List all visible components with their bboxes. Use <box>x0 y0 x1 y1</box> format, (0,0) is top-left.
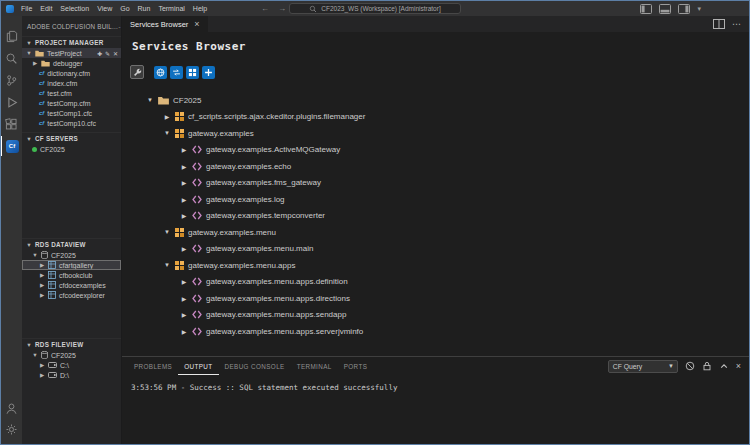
add-service-button[interactable] <box>202 66 215 79</box>
tree-item[interactable]: ▶gateway.examples.log <box>122 191 749 208</box>
menu-terminal[interactable]: Terminal <box>154 5 188 12</box>
customize-layout-icon[interactable]: ▾ <box>697 5 701 13</box>
chevron-right-icon[interactable]: ▶ <box>180 278 188 285</box>
tree-item[interactable]: ▶gateway.examples.echo <box>122 158 749 175</box>
output-channel-select[interactable]: CF Query ▾ <box>608 360 678 373</box>
chevron-right-icon[interactable]: ▶ <box>32 60 38 66</box>
search-sidebar-icon[interactable] <box>1 48 22 68</box>
tree-item[interactable]: ▶gateway.examples.ActiveMQGateway <box>122 142 749 159</box>
menu-selection[interactable]: Selection <box>56 5 93 12</box>
chevron-right-icon[interactable]: ▶ <box>180 245 188 252</box>
server-row[interactable]: CF2025 <box>22 144 121 154</box>
tree-item[interactable]: ▶gateway.examples.tempconverter <box>122 208 749 225</box>
split-editor-icon[interactable] <box>713 19 725 29</box>
rds-dataview-header[interactable]: ▼ RDS DATAVIEW <box>22 239 121 250</box>
chevron-right-icon[interactable]: ▶ <box>180 163 188 170</box>
chevron-right-icon[interactable]: ▶ <box>180 295 188 302</box>
delete-icon[interactable]: ✕ <box>113 50 118 57</box>
project-manager-header[interactable]: ▼ PROJECT MANAGER <box>22 37 121 48</box>
chevron-right-icon[interactable]: ▶ <box>180 146 188 153</box>
database-row[interactable]: ▶cfartgallery <box>22 260 121 270</box>
file-row[interactable]: cftestComp10.cfc <box>22 118 121 128</box>
command-center[interactable]: CF2023_WS (Workspace) [Administrator] <box>289 3 461 14</box>
refresh-services-button[interactable] <box>170 66 183 79</box>
chevron-down-icon[interactable]: ▼ <box>163 262 171 268</box>
configure-button[interactable] <box>130 65 144 79</box>
menu-go[interactable]: Go <box>116 5 133 12</box>
chevron-right-icon[interactable]: ▶ <box>39 292 45 298</box>
menu-view[interactable]: View <box>93 5 116 12</box>
toggle-panel-icon[interactable] <box>659 4 671 14</box>
tree-item[interactable]: ▶gateway.examples.menu.apps.definition <box>122 274 749 291</box>
file-row[interactable]: cftest.cfm <box>22 88 121 98</box>
maximize-panel-icon[interactable] <box>719 361 729 371</box>
edit-icon[interactable]: ✎ <box>105 50 110 57</box>
chevron-right-icon[interactable]: ▶ <box>39 262 45 268</box>
file-row[interactable]: cftestComp1.cfc <box>22 108 121 118</box>
chevron-right-icon[interactable]: ▶ <box>180 179 188 186</box>
coldfusion-icon[interactable]: Cf <box>1 136 22 156</box>
tree-item[interactable]: ▶gateway.examples.menu.apps.directions <box>122 290 749 307</box>
toggle-secondary-sidebar-icon[interactable] <box>678 4 690 14</box>
view-grid-button[interactable] <box>186 66 199 79</box>
tab-output[interactable]: OUTPUT <box>178 357 218 375</box>
back-icon[interactable]: ← <box>261 3 269 14</box>
extensions-icon[interactable] <box>1 114 22 134</box>
chevron-right-icon[interactable]: ▶ <box>180 328 188 335</box>
browse-services-button[interactable] <box>154 66 167 79</box>
forward-icon[interactable]: → <box>278 3 286 14</box>
account-icon[interactable] <box>1 398 22 418</box>
folder-row-debugger[interactable]: ▶ debugger <box>22 58 121 68</box>
file-row[interactable]: cfdictionary.cfm <box>22 68 121 78</box>
tab-debug-console[interactable]: DEBUG CONSOLE <box>219 357 291 375</box>
file-row[interactable]: cfindex.cfm <box>22 78 121 88</box>
drive-row[interactable]: ▶D:\ <box>22 370 121 380</box>
chevron-right-icon[interactable]: ▶ <box>39 372 45 378</box>
chevron-down-icon[interactable]: ▼ <box>163 130 171 136</box>
project-row-testproject[interactable]: ▼ TestProject ✚ ✎ ✕ <box>22 48 121 58</box>
database-row[interactable]: ▶cfbookclub <box>22 270 121 280</box>
run-debug-icon[interactable] <box>1 92 22 112</box>
chevron-right-icon[interactable]: ▶ <box>39 362 45 368</box>
chevron-down-icon[interactable]: ▼ <box>26 50 32 56</box>
tab-ports[interactable]: PORTS <box>338 357 374 375</box>
chevron-down-icon[interactable]: ▼ <box>163 229 171 235</box>
tree-item[interactable]: ▼gateway.examples.menu.apps <box>122 257 749 274</box>
tree-item[interactable]: ▶gateway.examples.menu.apps.serverjvminf… <box>122 323 749 340</box>
database-row[interactable]: ▶cfcodeexplorer <box>22 290 121 300</box>
more-actions-icon[interactable]: ⋯ <box>118 23 121 30</box>
close-icon[interactable]: × <box>194 20 199 28</box>
chevron-right-icon[interactable]: ▶ <box>39 272 45 278</box>
drive-row[interactable]: ▶C:\ <box>22 360 121 370</box>
tab-problems[interactable]: PROBLEMS <box>128 357 178 375</box>
chevron-down-icon[interactable]: ▼ <box>32 352 38 358</box>
tree-item[interactable]: ▶gateway.examples.fms_gateway <box>122 175 749 192</box>
menu-file[interactable]: File <box>17 5 36 12</box>
tab-terminal[interactable]: TERMINAL <box>291 357 338 375</box>
menu-edit[interactable]: Edit <box>36 5 56 12</box>
chevron-down-icon[interactable]: ▼ <box>32 252 38 258</box>
close-panel-icon[interactable]: × <box>736 362 741 371</box>
toggle-sidebar-icon[interactable] <box>640 4 652 14</box>
explorer-icon[interactable] <box>1 26 22 46</box>
tree-item[interactable]: ▶cf_scripts.scripts.ajax.ckeditor.plugin… <box>122 109 749 126</box>
clear-output-icon[interactable] <box>685 361 695 371</box>
more-actions-icon[interactable]: ⋯ <box>732 19 741 29</box>
fileview-server-row[interactable]: ▼ CF2025 <box>22 350 121 360</box>
source-control-icon[interactable] <box>1 70 22 90</box>
chevron-right-icon[interactable]: ▶ <box>180 311 188 318</box>
chevron-down-icon[interactable]: ▼ <box>146 97 154 103</box>
settings-gear-icon[interactable] <box>1 419 22 439</box>
rds-fileview-header[interactable]: ▼ RDS FILEVIEW <box>22 339 121 350</box>
chevron-right-icon[interactable]: ▶ <box>180 196 188 203</box>
menu-help[interactable]: Help <box>189 5 211 12</box>
add-item-icon[interactable]: ✚ <box>97 50 102 57</box>
database-row[interactable]: ▶cfdocexamples <box>22 280 121 290</box>
scroll-lock-icon[interactable] <box>702 361 712 371</box>
tree-item[interactable]: ▼gateway.examples <box>122 125 749 142</box>
chevron-right-icon[interactable]: ▶ <box>39 282 45 288</box>
tree-item[interactable]: ▼gateway.examples.menu <box>122 224 749 241</box>
chevron-right-icon[interactable]: ▶ <box>163 113 171 120</box>
tab-services-browser[interactable]: Services Browser × <box>122 16 209 32</box>
tree-item[interactable]: ▼CF2025 <box>122 92 749 109</box>
